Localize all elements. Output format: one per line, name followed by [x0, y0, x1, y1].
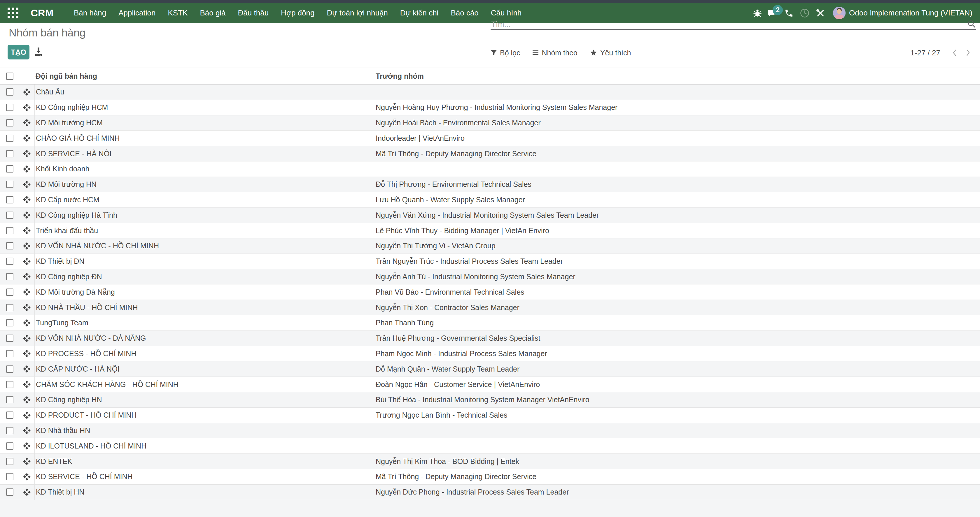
menu-item[interactable]: Báo cáo: [444, 3, 484, 23]
table-row[interactable]: KD PROCESS - HỒ CHÍ MINH Phạm Ngọc Minh …: [0, 346, 980, 362]
drag-handle-icon[interactable]: [23, 195, 31, 204]
drag-handle-icon[interactable]: [23, 457, 31, 465]
drag-handle-icon[interactable]: [23, 473, 31, 481]
table-row[interactable]: KD Công nghiệp ĐN Nguyễn Anh Tú - Indust…: [0, 269, 980, 285]
table-row[interactable]: KD SERVICE - HÀ NỘI Mã Trí Thông - Deput…: [0, 146, 980, 162]
create-button[interactable]: TẠO: [8, 45, 29, 59]
drag-handle-icon[interactable]: [23, 134, 31, 142]
favorites-button[interactable]: Yêu thích: [590, 49, 631, 57]
menu-item[interactable]: KSTK: [162, 3, 194, 23]
table-row[interactable]: TungTung Team Phan Thanh Tùng: [0, 315, 980, 331]
menu-item[interactable]: Báo giá: [194, 3, 232, 23]
filter-button[interactable]: Bộ lọc: [491, 49, 520, 57]
user-name[interactable]: Odoo Implemenation Tung (VIETAN): [849, 8, 972, 17]
table-row[interactable]: KD Môi trường Đà Nẵng Phan Vũ Bảo - Envi…: [0, 284, 980, 300]
drag-handle-icon[interactable]: [23, 242, 31, 250]
row-checkbox[interactable]: [6, 150, 13, 157]
row-checkbox[interactable]: [6, 258, 13, 265]
table-row[interactable]: KD PRODUCT - HỒ CHÍ MINH Trương Ngọc Lan…: [0, 408, 980, 423]
row-checkbox[interactable]: [6, 119, 13, 127]
row-checkbox[interactable]: [6, 196, 13, 203]
row-checkbox[interactable]: [6, 335, 13, 342]
menu-item[interactable]: Dự toán lợi nhuận: [321, 3, 394, 23]
menu-item[interactable]: Application: [112, 3, 162, 23]
row-checkbox[interactable]: [6, 212, 13, 219]
drag-handle-icon[interactable]: [23, 88, 31, 96]
menu-item[interactable]: Hợp đồng: [275, 3, 321, 23]
drag-handle-icon[interactable]: [23, 288, 31, 296]
drag-handle-icon[interactable]: [23, 365, 31, 373]
row-checkbox[interactable]: [6, 473, 13, 480]
row-checkbox[interactable]: [6, 411, 13, 419]
drag-handle-icon[interactable]: [23, 227, 31, 235]
table-row[interactable]: KD ENTEK Nguyễn Thị Kim Thoa - BOD Biddi…: [0, 454, 980, 469]
drag-handle-icon[interactable]: [23, 181, 31, 189]
table-row[interactable]: KD Công nghiệp Hà Tĩnh Nguyễn Văn Xứng -…: [0, 208, 980, 223]
search-box[interactable]: Tìm...: [491, 19, 976, 30]
table-row[interactable]: KD CẤP NƯỚC - HÀ NỘI Đỗ Mạnh Quân - Wate…: [0, 362, 980, 377]
row-checkbox[interactable]: [6, 227, 13, 234]
table-row[interactable]: KD ILOTUSLAND - HỒ CHÍ MINH: [0, 438, 980, 454]
row-checkbox[interactable]: [6, 488, 13, 496]
row-checkbox[interactable]: [6, 135, 13, 142]
table-row[interactable]: KD Thiết bị HN Nguyễn Đức Phong - Indust…: [0, 485, 980, 500]
row-checkbox[interactable]: [6, 458, 13, 465]
row-checkbox[interactable]: [6, 181, 13, 188]
drag-handle-icon[interactable]: [23, 273, 31, 281]
menu-item[interactable]: Dự kiến chi: [394, 3, 445, 23]
select-all-checkbox[interactable]: [6, 73, 13, 80]
search-icon[interactable]: [967, 19, 976, 28]
drag-handle-icon[interactable]: [23, 349, 31, 358]
drag-handle-icon[interactable]: [23, 396, 31, 404]
row-checkbox[interactable]: [6, 350, 13, 357]
row-checkbox[interactable]: [6, 165, 13, 173]
drag-handle-icon[interactable]: [23, 427, 31, 435]
drag-handle-icon[interactable]: [23, 149, 31, 158]
drag-handle-icon[interactable]: [23, 442, 31, 450]
row-checkbox[interactable]: [6, 319, 13, 327]
table-row[interactable]: KD VỐN NHÀ NƯỚC - HỒ CHÍ MINH Nguyễn Thị…: [0, 238, 980, 254]
table-row[interactable]: KD Thiết bị ĐN Trần Nguyễn Trúc - Indust…: [0, 254, 980, 269]
drag-handle-icon[interactable]: [23, 334, 31, 343]
row-checkbox[interactable]: [6, 104, 13, 111]
row-checkbox[interactable]: [6, 365, 13, 373]
table-row[interactable]: KD NHÀ THẦU - HỒ CHÍ MINH Nguyễn Thị Xon…: [0, 300, 980, 315]
row-checkbox[interactable]: [6, 273, 13, 280]
drag-handle-icon[interactable]: [23, 411, 31, 419]
table-row[interactable]: KD VỐN NHÀ NƯỚC - ĐÀ NẴNG Trần Huệ Phươn…: [0, 331, 980, 346]
table-row[interactable]: CHĂM SÓC KHÁCH HÀNG - HỒ CHÍ MINH Đoàn N…: [0, 377, 980, 392]
row-checkbox[interactable]: [6, 242, 13, 249]
table-row[interactable]: KD SERVICE - HỒ CHÍ MINH Mã Trí Thông - …: [0, 469, 980, 485]
table-row[interactable]: KD Cấp nước HCM Lưu Hồ Quanh - Water Sup…: [0, 192, 980, 208]
table-row[interactable]: KD Công nghiệp HCM Nguyễn Hoàng Huy Phươ…: [0, 100, 980, 116]
row-checkbox[interactable]: [6, 427, 13, 434]
drag-handle-icon[interactable]: [23, 488, 31, 496]
row-checkbox[interactable]: [6, 88, 13, 95]
table-row[interactable]: Khối Kinh doanh: [0, 162, 980, 177]
search-input[interactable]: Tìm...: [491, 20, 511, 29]
user-avatar[interactable]: [833, 7, 846, 19]
table-row[interactable]: KD Môi trường HN Đỗ Thị Phương - Environ…: [0, 177, 980, 192]
pager-previous-icon[interactable]: [948, 48, 961, 57]
column-header-team[interactable]: Đội ngũ bán hàng: [34, 68, 375, 84]
download-icon[interactable]: [34, 47, 43, 57]
row-checkbox[interactable]: [6, 289, 13, 296]
pager-next-icon[interactable]: [961, 48, 975, 57]
group-by-button[interactable]: Nhóm theo: [532, 49, 577, 57]
row-checkbox[interactable]: [6, 442, 13, 450]
table-row[interactable]: KD Công nghiệp HN Bùi Thế Hòa - Industri…: [0, 392, 980, 408]
table-row[interactable]: KD Môi trường HCM Nguyễn Hoài Bách - Env…: [0, 116, 980, 131]
row-checkbox[interactable]: [6, 381, 13, 388]
drag-handle-icon[interactable]: [23, 303, 31, 312]
app-brand[interactable]: CRM: [30, 7, 54, 19]
drag-handle-icon[interactable]: [23, 257, 31, 265]
column-header-leader[interactable]: Trưởng nhóm: [375, 68, 980, 84]
table-row[interactable]: Triển khai đấu thầu Lê Phúc Vĩnh Thụy - …: [0, 223, 980, 238]
drag-handle-icon[interactable]: [23, 103, 31, 112]
row-checkbox[interactable]: [6, 396, 13, 403]
drag-handle-icon[interactable]: [23, 165, 31, 173]
table-row[interactable]: CHÀO GIÁ HỒ CHÍ MINH Indoorleader | Viet…: [0, 130, 980, 146]
drag-handle-icon[interactable]: [23, 119, 31, 127]
drag-handle-icon[interactable]: [23, 319, 31, 327]
table-row[interactable]: Châu Âu: [0, 84, 980, 100]
